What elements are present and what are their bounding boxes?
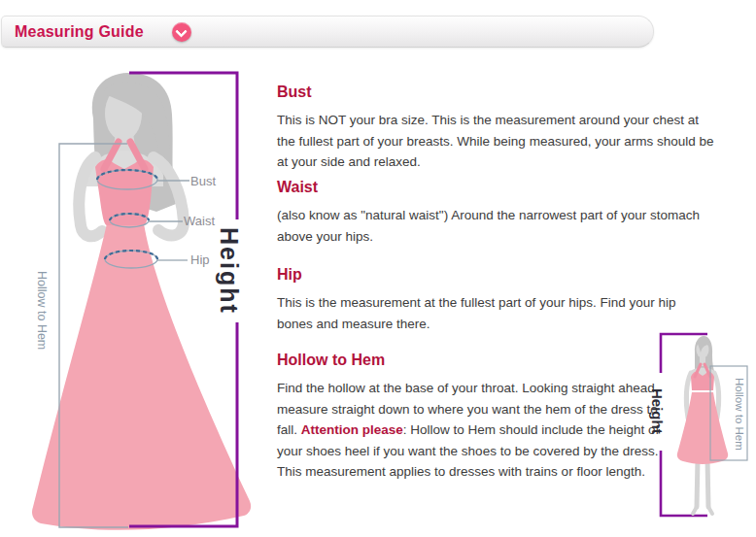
section-hip: Hip This is the measurement at the fulle…	[277, 266, 714, 334]
hip-pointer-label: Hip	[190, 252, 210, 267]
bust-pointer-label: Bust	[190, 174, 216, 188]
hollow-to-hem-vertical-label-small: Hollow to Hem	[714, 371, 745, 456]
attention-please-label: Attention please	[301, 422, 403, 437]
waist-description: (also know as "natural waist") Around th…	[277, 205, 714, 247]
hollow-to-hem-vertical-label: Hollow to Hem	[35, 256, 49, 365]
waist-heading: Waist	[277, 179, 714, 196]
hollow-to-hem-description: Find the hollow at the base of your thro…	[277, 378, 668, 483]
chevron-down-icon[interactable]	[172, 22, 191, 42]
measuring-guide-page: Measuring Guide	[0, 0, 756, 537]
hip-heading: Hip	[277, 266, 714, 284]
waist-pointer-label: Waist	[184, 214, 215, 228]
measuring-guide-accordion-header[interactable]: Measuring Guide	[1, 16, 654, 48]
bust-heading: Bust	[277, 84, 714, 101]
bust-description: This is NOT your bra size. This is the m…	[277, 110, 714, 173]
chevron-glyph	[175, 25, 188, 38]
hip-description: This is the measurement at the fullest p…	[277, 292, 714, 334]
section-bust: Bust This is NOT your bra size. This is …	[277, 84, 714, 173]
hollow-to-hem-heading: Hollow to Hem	[277, 352, 668, 369]
page-title: Measuring Guide	[15, 17, 144, 49]
section-hollow-to-hem: Hollow to Hem Find the hollow at the bas…	[277, 352, 668, 483]
height-vertical-label-small: Height	[649, 372, 666, 450]
section-waist: Waist (also know as "natural waist") Aro…	[277, 179, 714, 247]
height-vertical-label: Height	[215, 219, 243, 322]
